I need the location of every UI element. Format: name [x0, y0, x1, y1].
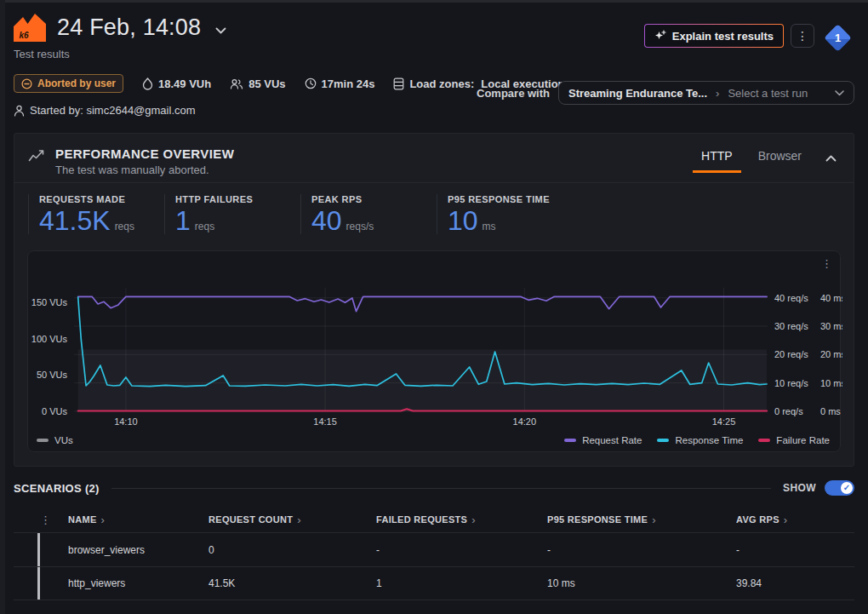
minus-circle-icon: [21, 78, 32, 89]
column-label: AVG RPS: [736, 514, 779, 525]
started-by-stat: Started by: simc2644@gmail.com: [14, 104, 196, 117]
explain-button-label: Explain test results: [672, 30, 774, 43]
cell-request-count: 41.5K: [195, 577, 363, 589]
title-chevron-down-icon[interactable]: [215, 27, 226, 34]
svg-text:10 ms: 10 ms: [820, 378, 842, 388]
column-label: P95 RESPONSE TIME: [547, 514, 648, 525]
test-results-page: k6 24 Feb, 14:08 Test results Explain te…: [0, 0, 868, 614]
response-time-swatch: [657, 439, 669, 442]
cell-failed-requests: 1: [363, 577, 534, 589]
request-rate-swatch: [564, 439, 576, 442]
metric-unit: reqs: [195, 221, 214, 232]
legend-item-vus[interactable]: VUs: [37, 435, 73, 445]
legend-item-failure-rate[interactable]: Failure Rate: [758, 435, 830, 445]
metric-http-failures: HTTP FAILURES 1 reqs: [164, 194, 300, 234]
svg-text:k6: k6: [20, 31, 30, 40]
summary-metrics-row: REQUESTS MADE 41.5K reqs HTTP FAILURES 1…: [14, 183, 854, 246]
table-row-http-viewers[interactable]: http_viewers 41.5K 1 10 ms 39.84: [14, 566, 854, 600]
legend-item-response-time[interactable]: Response Time: [657, 435, 743, 445]
metric-value: 10: [448, 207, 478, 234]
vuh-value: 18.49 VUh: [158, 77, 211, 90]
left-edge-divider: [0, 0, 5, 614]
column-label: NAME: [68, 514, 97, 525]
panel-title: PERFORMANCE OVERVIEW: [55, 146, 234, 161]
show-label: SHOW: [783, 482, 816, 494]
notification-count: 1: [835, 31, 841, 43]
graph-icon: [28, 149, 45, 164]
panel-subtitle: The test was manually aborted.: [55, 164, 234, 176]
status-badge: Aborted by user: [14, 74, 123, 93]
kebab-icon: ⋮: [821, 257, 832, 270]
metric-value: 41.5K: [39, 207, 111, 234]
column-header-avg-rps[interactable]: AVG RPS ›: [722, 514, 854, 525]
svg-text:14:25: 14:25: [712, 416, 736, 426]
metric-unit: reqs: [115, 221, 134, 232]
page-header: k6 24 Feb, 14:08 Test results Explain te…: [0, 0, 868, 60]
metric-requests-made: REQUESTS MADE 41.5K reqs: [28, 194, 164, 234]
compare-test-name: Streaming Endurance Te...: [568, 87, 707, 100]
toggle-knob: ✓: [841, 482, 853, 494]
panel-collapse-button[interactable]: [819, 150, 840, 171]
flame-icon: [142, 77, 153, 90]
svg-text:14:15: 14:15: [313, 416, 337, 426]
sort-chevron-icon: ›: [471, 514, 476, 525]
page-title: 24 Feb, 14:08: [57, 14, 201, 41]
sort-chevron-icon: ›: [652, 514, 656, 525]
sort-chevron-icon: ›: [297, 514, 301, 525]
user-icon: [14, 105, 25, 117]
legend-label: Failure Rate: [776, 435, 830, 445]
header-kebab-menu-button[interactable]: ⋮: [791, 24, 814, 48]
svg-text:0 VUs: 0 VUs: [42, 406, 67, 416]
cell-name: browser_viewers: [54, 544, 195, 556]
metric-unit: reqs/s: [346, 221, 374, 232]
cell-p95-response-time: -: [534, 544, 722, 556]
scenarios-table: ⋮ NAME › REQUEST COUNT › FAILED REQUESTS…: [14, 507, 854, 600]
tab-http[interactable]: HTTP: [693, 147, 741, 173]
sparkle-ai-icon: [654, 30, 666, 42]
svg-text:40 req/s: 40 req/s: [774, 293, 808, 303]
vus-stat: 85 VUs: [230, 77, 285, 90]
performance-overview-panel: PERFORMANCE OVERVIEW The test was manual…: [14, 133, 854, 467]
row-accent-bar: [37, 533, 40, 566]
column-label: FAILED REQUESTS: [376, 514, 467, 525]
test-run-diamond-badge[interactable]: 1: [824, 24, 852, 52]
metric-label: P95 RESPONSE TIME: [448, 194, 550, 204]
table-row-browser-viewers[interactable]: browser_viewers 0 - - -: [14, 532, 854, 566]
cell-name: http_viewers: [54, 577, 195, 589]
chart-kebab-menu-button[interactable]: ⋮: [821, 257, 832, 270]
legend-item-request-rate[interactable]: Request Rate: [564, 435, 642, 445]
overview-chart-card: 14:1014:1514:2014:250 VUs50 VUs100 VUs15…: [27, 250, 841, 452]
svg-text:40 ms: 40 ms: [820, 293, 842, 303]
svg-text:20 req/s: 20 req/s: [774, 349, 808, 359]
column-header-failed-requests[interactable]: FAILED REQUESTS ›: [363, 514, 534, 525]
cell-failed-requests: -: [363, 544, 534, 556]
cell-p95-response-time: 10 ms: [534, 577, 722, 589]
scenarios-title: SCENARIOS (2): [14, 482, 100, 495]
svg-text:100 VUs: 100 VUs: [31, 334, 68, 344]
show-scenarios-toggle[interactable]: ✓: [825, 480, 854, 496]
column-header-p95-response-time[interactable]: P95 RESPONSE TIME ›: [534, 514, 722, 525]
svg-text:0 req/s: 0 req/s: [774, 406, 803, 416]
column-header-request-count[interactable]: REQUEST COUNT ›: [195, 514, 363, 525]
table-kebab-menu-button[interactable]: ⋮: [40, 514, 54, 526]
column-header-name[interactable]: NAME ›: [54, 514, 195, 525]
k6-logo-icon: k6: [14, 14, 46, 42]
cell-avg-rps: -: [722, 544, 854, 556]
metric-value: 1: [175, 207, 191, 234]
compare-test-run-select[interactable]: Streaming Endurance Te... › Select a tes…: [558, 81, 854, 105]
scenarios-divider: [111, 488, 771, 489]
check-icon: ✓: [843, 484, 850, 492]
vus-value: 85 VUs: [248, 77, 285, 90]
started-by-value: Started by: simc2644@gmail.com: [30, 104, 196, 117]
cell-request-count: 0: [195, 544, 363, 556]
explain-test-results-button[interactable]: Explain test results: [644, 24, 784, 48]
legend-label: Response Time: [675, 435, 743, 445]
metric-value: 40: [311, 207, 342, 234]
page-subtitle: Test results: [14, 48, 854, 60]
tab-browser[interactable]: Browser: [750, 147, 810, 173]
legend-label: Request Rate: [582, 435, 642, 445]
separator-chevron-icon: ›: [716, 87, 719, 100]
overview-chart-svg[interactable]: 14:1014:1514:2014:250 VUs50 VUs100 VUs15…: [28, 251, 842, 426]
sort-chevron-icon: ›: [784, 514, 788, 525]
status-badge-label: Aborted by user: [37, 77, 116, 89]
